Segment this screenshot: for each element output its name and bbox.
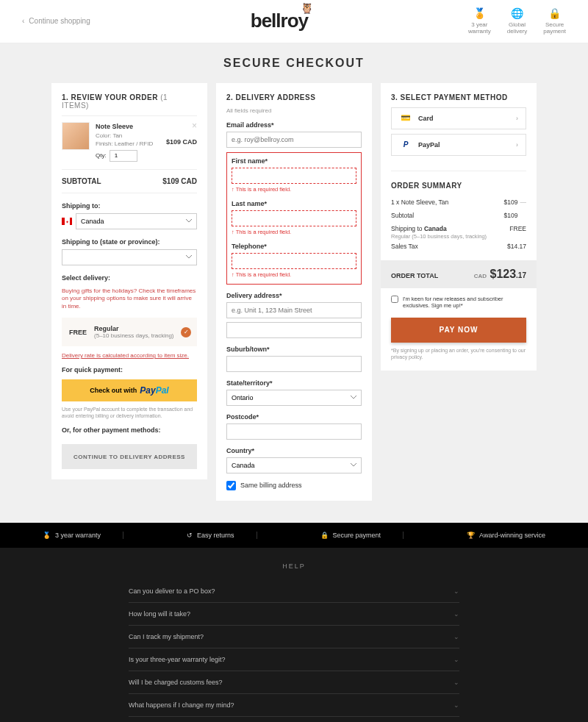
paypal-option[interactable]: P PayPal ›: [391, 134, 526, 156]
paypal-icon: P: [399, 140, 412, 149]
quick-payment-label: For quick payment:: [62, 366, 197, 373]
product-finish: Finish: Leather / RFID: [96, 140, 160, 148]
header: ‹ Continue shopping bellroy🦉 🏅3 yearwarr…: [0, 0, 588, 43]
summary-tax-label: Sales Tax: [391, 243, 418, 250]
paypal-logo-icon: PayPal: [140, 385, 168, 396]
summary-shipping-label: Shipping to: [391, 225, 424, 232]
validation-error-group: First name* ↑ This is a required field. …: [226, 152, 362, 285]
state-territory-select[interactable]: Ontario: [226, 390, 362, 406]
select-delivery-label: Select delivery:: [62, 274, 197, 282]
global-delivery-badge: 🌐Globaldelivery: [507, 7, 528, 35]
postcode-label: Postcode*: [226, 413, 362, 421]
address-input-2[interactable]: [226, 322, 362, 338]
faq-item[interactable]: Can I track my shipment?⌄: [129, 626, 459, 648]
continue-shopping-link[interactable]: ‹ Continue shopping: [22, 17, 90, 25]
email-input[interactable]: [226, 132, 362, 148]
paypal-checkout-button[interactable]: Check out with PayPal: [62, 379, 197, 401]
pay-now-button[interactable]: PAY NOW: [391, 318, 526, 343]
subtotal-label: SUBTOTAL: [62, 177, 101, 185]
medal-icon: 🏅: [43, 532, 51, 539]
paypal-disclaimer: Use your PayPal account to complete the …: [62, 406, 197, 419]
trophy-icon: 🏆: [467, 532, 475, 539]
order-summary-title: ORDER SUMMARY: [391, 171, 526, 190]
chevron-down-icon: ⌄: [453, 633, 459, 640]
summary-shipping-value: FREE: [509, 225, 526, 232]
subscribe-label: I'm keen for new releases and subscriber…: [403, 296, 526, 309]
delivery-address-panel: 2. DELIVERY ADDRESS All fields required …: [216, 83, 372, 501]
first-name-error: ↑ This is a required field.: [232, 186, 356, 193]
delivery-name: Regular: [94, 325, 174, 332]
payment-panel: 3. SELECT PAYMENT METHOD 💳 Card › P PayP…: [381, 83, 537, 371]
chevron-down-icon: ⌄: [453, 679, 459, 686]
footer-award: 🏆Award-winning service: [445, 532, 567, 539]
state-select[interactable]: [62, 249, 197, 265]
delivery-country-select[interactable]: Canada: [226, 457, 362, 473]
chevron-down-icon: ⌄: [453, 656, 459, 663]
faq-item[interactable]: Can you deliver to a PO box?⌄: [129, 580, 459, 603]
delivery-rate-link[interactable]: Delivery rate is calculated according to…: [62, 352, 197, 359]
lock-icon: 🔒: [320, 532, 329, 539]
address-input-1[interactable]: [226, 302, 362, 318]
logo: bellroy🦉: [251, 10, 308, 32]
delivery-desc: (5–10 business days, tracking): [94, 332, 174, 339]
continue-delivery-button[interactable]: CONTINUE TO DELIVERY ADDRESS: [62, 444, 197, 469]
continue-shopping-label: Continue shopping: [29, 17, 90, 25]
lock-icon: 🔒: [543, 7, 566, 20]
qty-label: Qty:: [96, 151, 107, 160]
telephone-label: Telephone*: [232, 243, 356, 250]
item-price: $109 CAD: [166, 138, 197, 162]
faq-item[interactable]: Do you offer gift wrapping?⌄: [129, 717, 459, 722]
country-select[interactable]: Canada: [76, 213, 197, 229]
other-payment-label: Or, for other payment methods:: [62, 426, 197, 434]
page-title: SECURE CHECKOUT: [0, 43, 588, 83]
summary-item-label: 1 x Note Sleeve, Tan: [391, 199, 448, 206]
telephone-input[interactable]: [232, 253, 356, 269]
postcode-input[interactable]: [226, 423, 362, 440]
first-name-label: First name*: [232, 157, 356, 165]
faq-item[interactable]: How long will it take?⌄: [129, 603, 459, 626]
globe-icon: 🌐: [507, 7, 528, 20]
order-total-box: ORDER TOTAL CAD $123.17: [381, 260, 537, 288]
product-image: [62, 122, 90, 150]
chevron-down-icon: ⌄: [453, 701, 459, 709]
all-fields-required: All fields required: [226, 107, 362, 114]
warranty-badge: 🏅3 yearwarranty: [468, 7, 491, 35]
faq-item[interactable]: What happens if I change my mind?⌄: [129, 694, 459, 717]
delivery-option[interactable]: FREE Regular (5–10 business days, tracki…: [62, 318, 197, 346]
chevron-left-icon: ‹: [22, 17, 24, 25]
faq-list: Can you deliver to a PO box?⌄ How long w…: [129, 580, 459, 722]
remove-item-icon[interactable]: ×: [192, 121, 197, 131]
summary-shipping-sub: Regular (5–10 business days, tracking): [391, 233, 526, 240]
first-name-input[interactable]: [232, 168, 356, 184]
address-label: Delivery address*: [226, 292, 362, 299]
owl-icon: 🦉: [301, 2, 312, 14]
faq-item[interactable]: Will I be charged customs fees?⌄: [129, 671, 459, 694]
selected-check-icon: [181, 327, 191, 337]
summary-tax-value: $14.17: [507, 243, 526, 250]
product-name: Note Sleeve: [96, 122, 160, 132]
summary-shipping-country: Canada: [424, 225, 447, 232]
product-color: Color: Tan: [96, 132, 160, 140]
last-name-input[interactable]: [232, 210, 356, 226]
delivery-price: FREE: [69, 329, 87, 336]
order-total-label: ORDER TOTAL: [391, 272, 438, 279]
state-territory-label: State/territory*: [226, 379, 362, 387]
footer-returns: ↺Easy returns: [165, 532, 257, 539]
footer-secure: 🔒Secure payment: [298, 532, 404, 539]
chevron-down-icon: ⌄: [453, 587, 459, 595]
suburb-input[interactable]: [226, 356, 362, 372]
secure-payment-badge: 🔒Securepayment: [543, 7, 566, 35]
header-badges: 🏅3 yearwarranty 🌐Globaldelivery 🔒Securep…: [468, 7, 566, 35]
cart-item: Note Sleeve Color: Tan Finish: Leather /…: [62, 115, 197, 170]
faq-item[interactable]: Is your three-year warranty legit?⌄: [129, 648, 459, 671]
qty-select[interactable]: 1: [110, 150, 137, 162]
summary-item-value: $109: [504, 199, 518, 206]
remove-summary-item[interactable]: —: [520, 199, 527, 206]
same-billing-checkbox[interactable]: [226, 481, 236, 490]
footer-warranty: 🏅3 year warranty: [21, 532, 123, 539]
telephone-error: ↑ This is a required field.: [232, 271, 356, 278]
summary-subtotal-value: $109: [504, 212, 518, 219]
subscribe-checkbox[interactable]: [391, 296, 398, 303]
chevron-right-icon: ›: [516, 115, 518, 122]
card-option[interactable]: 💳 Card ›: [391, 107, 526, 129]
